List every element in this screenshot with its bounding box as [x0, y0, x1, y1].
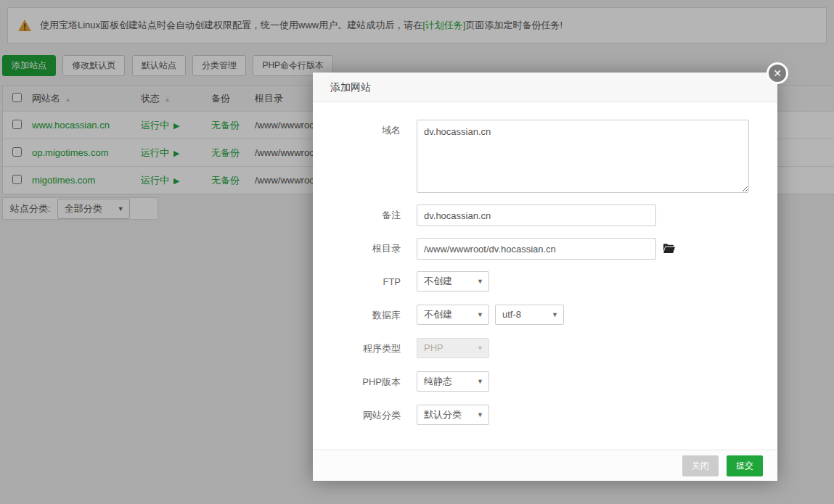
php-version-select[interactable]: 纯静态 ▼ — [417, 371, 489, 392]
modal-title: 添加网站 — [313, 73, 777, 102]
submit-button[interactable]: 提交 — [727, 455, 763, 476]
charset-select[interactable]: utf-8 ▼ — [495, 305, 564, 325]
form-row-domain: 域名 dv.hocassian.cn — [313, 120, 777, 193]
program-type-label: 程序类型 — [329, 338, 401, 360]
add-site-modal: ✕ 添加网站 域名 dv.hocassian.cn 备注 根目录 FTP 不创建… — [313, 73, 777, 481]
modal-footer: 关闭 提交 — [313, 450, 777, 481]
domain-label: 域名 — [329, 120, 401, 141]
php-version-label: PHP版本 — [329, 371, 401, 393]
form-row-program-type: 程序类型 PHP ▼ — [313, 338, 777, 360]
form-row-site-category: 网站分类 默认分类 ▼ — [313, 405, 777, 426]
chevron-down-icon: ▼ — [477, 405, 483, 424]
form-row-root-dir: 根目录 — [313, 238, 777, 260]
folder-browse-icon[interactable] — [663, 243, 675, 254]
add-site-form: 域名 dv.hocassian.cn 备注 根目录 FTP 不创建 ▼ 数据库 — [313, 102, 777, 426]
remark-label: 备注 — [329, 205, 401, 226]
chevron-down-icon: ▼ — [477, 272, 483, 291]
form-row-remark: 备注 — [313, 205, 777, 226]
close-button[interactable]: 关闭 — [682, 455, 719, 476]
chevron-down-icon: ▼ — [477, 372, 483, 391]
database-select[interactable]: 不创建 ▼ — [417, 305, 489, 325]
form-row-php-version: PHP版本 纯静态 ▼ — [313, 371, 777, 393]
ftp-label: FTP — [329, 271, 401, 293]
site-category-label: 网站分类 — [329, 405, 401, 426]
root-dir-input[interactable] — [417, 238, 656, 260]
program-type-select: PHP ▼ — [417, 338, 489, 358]
root-dir-label: 根目录 — [329, 238, 401, 260]
ftp-select[interactable]: 不创建 ▼ — [417, 271, 489, 292]
remark-input[interactable] — [417, 205, 656, 226]
database-label: 数据库 — [329, 305, 401, 326]
chevron-down-icon: ▼ — [477, 339, 483, 358]
chevron-down-icon: ▼ — [477, 305, 483, 324]
site-category-select[interactable]: 默认分类 ▼ — [417, 405, 489, 425]
chevron-down-icon: ▼ — [552, 305, 558, 324]
close-icon[interactable]: ✕ — [766, 62, 788, 84]
form-row-database: 数据库 不创建 ▼ utf-8 ▼ — [313, 305, 777, 326]
form-row-ftp: FTP 不创建 ▼ — [313, 271, 777, 293]
domain-textarea[interactable]: dv.hocassian.cn — [417, 120, 749, 193]
